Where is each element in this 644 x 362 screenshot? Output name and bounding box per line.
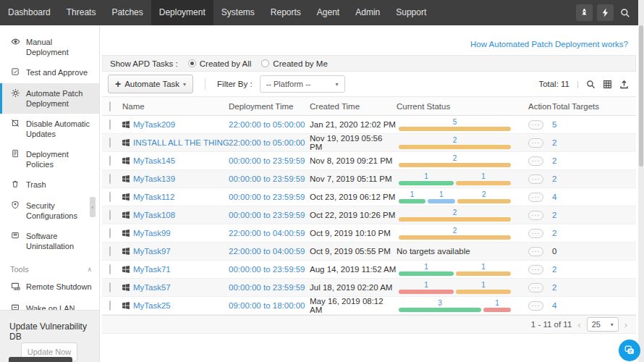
task-name-link[interactable]: MyTask209 xyxy=(133,120,175,129)
status-count-link[interactable]: 1 xyxy=(399,173,454,180)
sidebar-item-disable-automatic-updates[interactable]: Disable Automatic Updates xyxy=(0,114,99,144)
status-count-link[interactable]: 2 xyxy=(399,209,511,216)
bolt-icon[interactable] xyxy=(597,4,614,21)
radio-created-by-me[interactable] xyxy=(261,59,269,67)
sidebar-item-test-and-approve[interactable]: Test and Approve xyxy=(0,62,99,83)
task-name-link[interactable]: MyTask25 xyxy=(133,301,171,310)
sidebar-section-tools[interactable]: Tools ∧ xyxy=(0,256,99,277)
column-chooser-icon[interactable] xyxy=(603,80,612,89)
nav-item-dashboard[interactable]: Dashboard xyxy=(0,0,59,25)
table-search-icon[interactable] xyxy=(586,80,596,89)
scrollbar-thumb[interactable] xyxy=(639,25,643,167)
search-icon[interactable] xyxy=(618,4,632,21)
next-page-icon[interactable]: › xyxy=(624,319,627,330)
status-count-link[interactable]: 2 xyxy=(399,155,511,162)
task-name-link[interactable]: MyTask97 xyxy=(133,247,171,256)
nav-item-systems[interactable]: Systems xyxy=(213,0,263,25)
column-header-deployment-time[interactable]: Deployment Time xyxy=(229,102,310,111)
status-count-link[interactable]: 1 xyxy=(456,173,511,180)
live-chat-button[interactable] xyxy=(619,340,640,361)
column-header-current-status[interactable]: Current Status xyxy=(397,102,528,111)
deployment-time-link[interactable]: 00:00:00 to 23:59:59 xyxy=(229,211,305,219)
total-targets-value[interactable]: 5 xyxy=(552,120,556,129)
select-all-checkbox[interactable] xyxy=(109,101,111,111)
platform-select[interactable]: -- Platform -- ▾ xyxy=(260,75,345,93)
prev-page-icon[interactable]: ‹ xyxy=(577,319,580,330)
row-action-menu-button[interactable]: ··· xyxy=(528,229,543,238)
sidebar-item-automate-patch-deployment[interactable]: Automate Patch Deployment xyxy=(0,83,99,114)
nav-item-reports[interactable]: Reports xyxy=(263,0,309,25)
task-name-link[interactable]: MyTask112 xyxy=(133,193,174,201)
row-action-menu-button[interactable]: ··· xyxy=(528,247,543,256)
status-count-link[interactable]: 5 xyxy=(399,119,511,126)
deployment-time-link[interactable]: 22:00:00 to 04:00:59 xyxy=(229,229,305,237)
task-name-link[interactable]: MyTask108 xyxy=(133,211,175,219)
row-checkbox[interactable] xyxy=(109,210,111,220)
nav-item-agent[interactable]: Agent xyxy=(309,0,347,25)
sidebar-item-deployment-policies[interactable]: Deployment Policies xyxy=(0,144,99,174)
status-count-link[interactable]: 1 xyxy=(399,282,454,289)
status-count-link[interactable]: 2 xyxy=(399,137,511,144)
row-action-menu-button[interactable]: ··· xyxy=(528,283,543,292)
deployment-time-link[interactable]: 00:00:00 to 23:59:59 xyxy=(229,193,305,201)
row-action-menu-button[interactable]: ··· xyxy=(528,193,543,202)
row-checkbox[interactable] xyxy=(109,228,111,238)
nav-item-patches[interactable]: Patches xyxy=(103,0,151,25)
total-targets-value[interactable]: 2 xyxy=(552,283,556,292)
status-count-link[interactable]: 1 xyxy=(456,264,511,271)
nav-item-admin[interactable]: Admin xyxy=(347,0,388,25)
task-name-link[interactable]: MyTask145 xyxy=(133,156,175,165)
radio-created-by-me-label[interactable]: Created by Me xyxy=(273,59,327,68)
collapse-chevron-icon[interactable]: ∧ xyxy=(87,266,92,273)
status-count-link[interactable]: 2 xyxy=(457,191,512,198)
deployment-time-link[interactable]: 22:00:00 to 04:00:59 xyxy=(229,247,305,256)
total-targets-value[interactable]: 2 xyxy=(552,174,556,183)
row-action-menu-button[interactable]: ··· xyxy=(528,301,543,311)
total-targets-value[interactable]: 4 xyxy=(552,193,556,201)
total-targets-value[interactable]: 2 xyxy=(552,265,556,274)
automate-task-button[interactable]: + Automate Task ▾ xyxy=(108,75,193,93)
row-checkbox[interactable] xyxy=(109,138,111,148)
status-count-link[interactable]: 2 xyxy=(399,227,511,235)
row-checkbox[interactable] xyxy=(109,264,111,274)
column-header-total-targets[interactable]: Total Targets xyxy=(552,102,636,111)
row-checkbox[interactable] xyxy=(109,174,111,184)
sidebar-item-trash[interactable]: Trash xyxy=(0,174,99,195)
task-name-link[interactable]: MyTask57 xyxy=(133,283,171,292)
row-action-menu-button[interactable]: ··· xyxy=(528,138,543,148)
task-name-link[interactable]: MyTask71 xyxy=(133,265,171,274)
row-checkbox[interactable] xyxy=(109,246,111,256)
nav-item-threats[interactable]: Threats xyxy=(59,0,104,25)
deployment-time-link[interactable]: 00:00:00 to 23:59:59 xyxy=(229,265,305,274)
status-count-link[interactable]: 1 xyxy=(399,264,454,271)
sidebar-item-security-configurations[interactable]: Security Configurations xyxy=(0,195,99,226)
sidebar-collapse-handle[interactable]: ‹ xyxy=(90,197,96,217)
rocket-icon[interactable] xyxy=(576,4,593,21)
status-count-link[interactable]: 3 xyxy=(399,300,481,307)
apd-help-link[interactable]: How Automated Patch Deployment works? xyxy=(470,40,628,49)
row-action-menu-button[interactable]: ··· xyxy=(528,120,543,130)
task-name-link[interactable]: MyTask139 xyxy=(133,174,175,183)
status-count-link[interactable]: 1 xyxy=(483,300,511,307)
status-count-link[interactable]: 1 xyxy=(456,282,511,289)
nav-item-deployment[interactable]: Deployment xyxy=(151,0,213,25)
row-checkbox[interactable] xyxy=(109,156,111,166)
task-name-link[interactable]: INSTALL ALL THE THINGS xyxy=(133,138,229,147)
row-action-menu-button[interactable]: ··· xyxy=(528,265,543,274)
status-count-link[interactable]: 1 xyxy=(428,191,454,198)
deployment-time-link[interactable]: 09:00:00 to 18:00:00 xyxy=(229,301,305,310)
total-targets-value[interactable]: 2 xyxy=(552,211,556,219)
deployment-time-link[interactable]: 00:00:00 to 23:59:59 xyxy=(229,156,305,165)
deployment-time-link[interactable]: 22:00:00 to 05:00:00 xyxy=(229,120,305,129)
page-size-select[interactable]: 25 ▾ xyxy=(587,317,619,332)
row-checkbox[interactable] xyxy=(109,192,111,202)
nav-item-support[interactable]: Support xyxy=(388,0,434,25)
row-checkbox[interactable] xyxy=(109,119,111,130)
window-scrollbar[interactable] xyxy=(638,0,644,362)
export-icon[interactable] xyxy=(619,80,629,89)
total-targets-value[interactable]: 2 xyxy=(552,229,556,237)
deployment-time-link[interactable]: 00:00:00 to 23:59:59 xyxy=(229,283,305,292)
row-action-menu-button[interactable]: ··· xyxy=(528,211,543,220)
row-checkbox[interactable] xyxy=(109,300,111,311)
deployment-time-link[interactable]: 22:00:00 to 05:00:00 xyxy=(229,138,305,147)
